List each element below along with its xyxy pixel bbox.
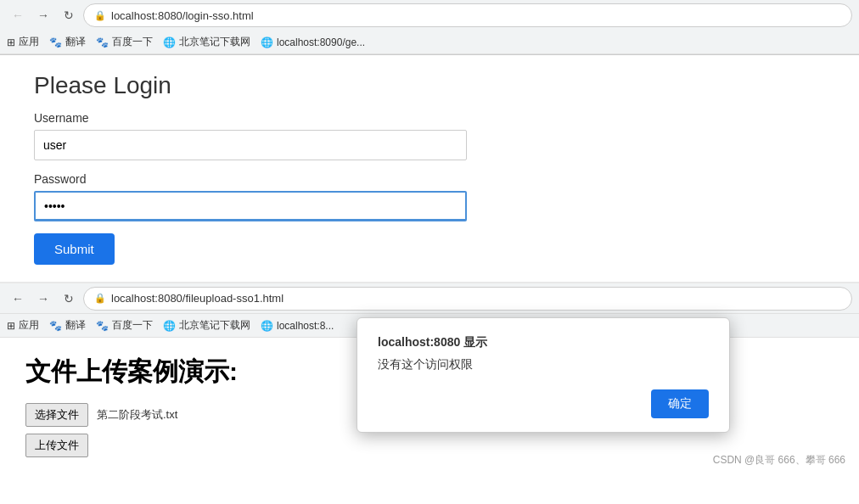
bookmark-baidu-label-2: 百度一下	[112, 318, 153, 333]
browser-window-1: ← → ↻ 🔒 localhost:8080/login-sso.html ⊞ …	[0, 0, 859, 55]
bookmark-baidu-1[interactable]: 🐾 百度一下	[96, 35, 153, 49]
bookmark-apps-1[interactable]: ⊞ 应用	[7, 35, 39, 49]
back-button-2[interactable]: ←	[7, 288, 29, 310]
notes-icon-1: 🌐	[163, 36, 176, 48]
bookmark-baidu-2[interactable]: 🐾 百度一下	[96, 318, 153, 333]
translate-icon-2: 🐾	[49, 320, 62, 332]
csdn-credit: CSDN @良哥 666、攀哥 666	[713, 453, 845, 468]
bookmark-notes-1[interactable]: 🌐 北京笔记下载网	[163, 35, 250, 49]
notes-icon-2: 🌐	[163, 320, 176, 332]
bookmark-notes-label-2: 北京笔记下载网	[179, 318, 250, 333]
bookmark-local-2[interactable]: 🌐 localhost:8...	[261, 320, 334, 332]
alert-ok-button[interactable]: 确定	[651, 389, 709, 418]
upload-button[interactable]: 上传文件	[25, 434, 88, 457]
bookmark-baidu-label-1: 百度一下	[112, 35, 153, 49]
login-page: Please Login Username Password Submit	[0, 55, 859, 283]
password-input[interactable]	[34, 191, 467, 221]
refresh-button-2[interactable]: ↻	[58, 288, 80, 310]
nav-bar-1: ← → ↻ 🔒 localhost:8080/login-sso.html	[0, 0, 859, 31]
bookmark-apps-label-1: 应用	[19, 35, 39, 49]
url-bar-1[interactable]: 🔒 localhost:8080/login-sso.html	[83, 3, 852, 27]
password-label: Password	[34, 172, 825, 186]
username-input[interactable]	[34, 130, 467, 160]
baidu-icon-1: 🐾	[96, 36, 109, 48]
alert-message: 没有这个访问权限	[378, 357, 709, 372]
choose-file-button[interactable]: 选择文件	[25, 403, 88, 427]
bookmark-translate-label-1: 翻译	[65, 35, 86, 49]
nav-bar-2: ← → ↻ 🔒 localhost:8080/fileupload-sso1.h…	[0, 283, 859, 314]
bookmark-notes-label-1: 北京笔记下载网	[179, 35, 250, 49]
lock-icon-1: 🔒	[94, 10, 106, 21]
submit-button[interactable]: Submit	[34, 233, 115, 265]
lock-icon-2: 🔒	[94, 293, 106, 304]
url-bar-2[interactable]: 🔒 localhost:8080/fileupload-sso1.html	[83, 287, 852, 311]
bookmark-notes-2[interactable]: 🌐 北京笔记下载网	[163, 318, 250, 333]
url-text-2: localhost:8080/fileupload-sso1.html	[111, 292, 284, 305]
baidu-icon-2: 🐾	[96, 320, 109, 332]
url-text-1: localhost:8080/login-sso.html	[111, 9, 254, 22]
local-icon-2: 🌐	[261, 320, 273, 332]
login-title: Please Login	[34, 72, 825, 99]
bookmark-local-label-1: localhost:8090/ge...	[277, 36, 365, 48]
forward-button-2[interactable]: →	[32, 288, 54, 310]
bookmark-local-label-2: localhost:8...	[277, 320, 334, 332]
bookmark-apps-2[interactable]: ⊞ 应用	[7, 318, 39, 333]
bookmarks-bar-1: ⊞ 应用 🐾 翻译 🐾 百度一下 🌐 北京笔记下载网 🌐 localhost:8…	[0, 31, 859, 54]
alert-dialog: localhost:8080 显示 没有这个访问权限 确定	[357, 317, 730, 433]
alert-title: localhost:8080 显示	[378, 335, 709, 350]
browser-window-2: ← → ↻ 🔒 localhost:8080/fileupload-sso1.h…	[0, 283, 859, 474]
refresh-button-1[interactable]: ↻	[58, 4, 80, 26]
translate-icon-1: 🐾	[49, 36, 62, 48]
apps-icon-1: ⊞	[7, 36, 15, 48]
bookmark-apps-label-2: 应用	[19, 318, 39, 333]
bookmark-translate-1[interactable]: 🐾 翻译	[49, 35, 86, 49]
apps-icon-2: ⊞	[7, 320, 15, 332]
local-icon-1: 🌐	[261, 36, 273, 48]
back-button-1[interactable]: ←	[7, 4, 29, 26]
forward-button-1[interactable]: →	[32, 4, 54, 26]
selected-file-name: 第二阶段考试.txt	[97, 407, 177, 423]
alert-footer: 确定	[378, 389, 709, 418]
bookmark-translate-2[interactable]: 🐾 翻译	[49, 318, 86, 333]
username-label: Username	[34, 111, 825, 125]
bookmark-translate-label-2: 翻译	[65, 318, 86, 333]
bookmark-local-1[interactable]: 🌐 localhost:8090/ge...	[261, 36, 365, 48]
